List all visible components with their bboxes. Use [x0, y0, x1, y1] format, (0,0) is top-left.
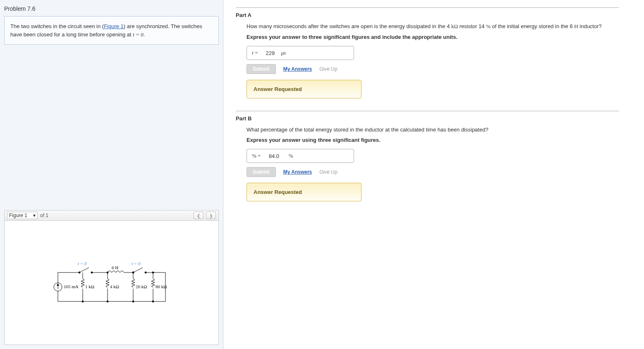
r2-label: 4 kΩ — [110, 284, 119, 289]
part-a-section: Part A How many microseconds after the s… — [236, 7, 619, 98]
inductor-label: 6 H — [112, 265, 118, 270]
figure-canvas: t = 0 t = 0 6 H 105 mA 1 kΩ 4 kΩ 20 kΩ 8… — [4, 221, 219, 345]
part-a-my-answers-link[interactable]: My Answers — [283, 66, 312, 72]
part-b-status: Answer Requested — [247, 183, 362, 201]
svg-point-24 — [107, 272, 108, 273]
desc-math: t = 0 — [133, 31, 143, 38]
problem-title: Problem 7.6 — [4, 4, 219, 16]
part-a-status: Answer Requested — [247, 80, 362, 98]
figure-header: Figure 1 ▾ of 1 ❮ ❯ — [4, 210, 219, 221]
source-label: 105 mA — [64, 284, 79, 289]
svg-line-3 — [79, 268, 89, 273]
part-a-buttons: Submit My Answers Give Up — [247, 64, 619, 74]
part-b-instruction: Express your answer using three signific… — [247, 137, 619, 143]
part-a-question: How many microseconds after the switches… — [247, 23, 619, 30]
part-b-answer-box[interactable]: % = 84.0 % — [247, 149, 354, 163]
left-panel: Problem 7.6 The two switches in the circ… — [0, 0, 223, 349]
part-b-buttons: Submit My Answers Give Up — [247, 167, 619, 177]
part-a-answer-box[interactable]: t = 229 μs — [247, 46, 354, 60]
figure-link[interactable]: Figure 1 — [104, 23, 124, 29]
part-a-title: Part A — [236, 12, 619, 18]
part-b-question: What percentage of the total energy stor… — [247, 127, 619, 133]
circuit-diagram: t = 0 t = 0 6 H 105 mA 1 kΩ 4 kΩ 20 kΩ 8… — [45, 256, 178, 310]
part-b-give-up-link[interactable]: Give Up — [319, 169, 337, 175]
figure-nav: ❮ ❯ — [194, 212, 216, 219]
part-b-section: Part B What percentage of the total ener… — [236, 111, 619, 201]
figure-selector-label: Figure 1 — [9, 213, 27, 218]
svg-point-32 — [152, 272, 154, 273]
figure-area: Figure 1 ▾ of 1 ❮ ❯ — [4, 210, 219, 345]
svg-point-20 — [82, 301, 84, 302]
part-a-instruction: Express your answer to three significant… — [247, 34, 619, 40]
figure-of-text: of 1 — [40, 213, 48, 218]
part-a-submit-button[interactable]: Submit — [247, 64, 276, 74]
svg-point-31 — [152, 301, 154, 302]
switch1-label: t = 0 — [78, 261, 87, 266]
right-panel: Part A How many microseconds after the s… — [223, 0, 644, 349]
svg-line-8 — [133, 268, 143, 273]
svg-point-27 — [132, 301, 134, 302]
part-b-submit-button[interactable]: Submit — [247, 167, 276, 177]
problem-description: The two switches in the circuit seen in … — [4, 16, 219, 45]
switch2-label: t = 0 — [132, 261, 141, 266]
desc-text-pre: The two switches in the circuit seen in … — [10, 23, 104, 29]
chevron-down-icon: ▾ — [33, 213, 36, 218]
r3-label: 20 kΩ — [136, 284, 147, 289]
part-b-my-answers-link[interactable]: My Answers — [283, 169, 312, 175]
r1-label: 1 kΩ — [85, 284, 94, 289]
figure-selector[interactable]: Figure 1 ▾ — [7, 212, 38, 219]
part-a-give-up-link[interactable]: Give Up — [319, 66, 337, 72]
r4-label: 80 kΩ — [156, 284, 167, 289]
svg-point-28 — [132, 272, 134, 273]
part-b-title: Part B — [236, 115, 619, 122]
figure-prev-button[interactable]: ❮ — [194, 212, 203, 219]
figure-next-button[interactable]: ❯ — [206, 212, 216, 219]
desc-end: . — [144, 31, 145, 38]
svg-point-23 — [107, 301, 108, 302]
